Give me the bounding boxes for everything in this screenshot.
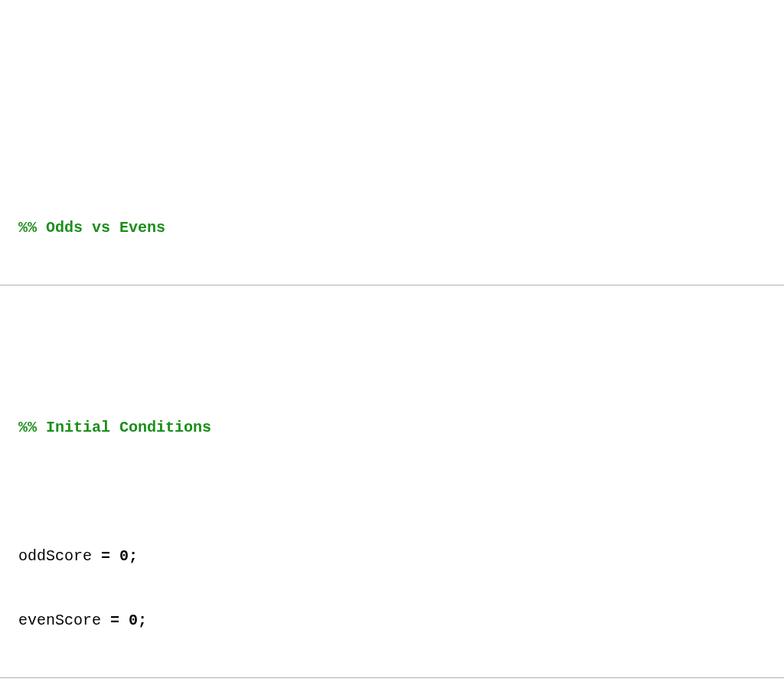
code-line[interactable]: oddScore = 0; xyxy=(18,546,784,567)
matlab-editor[interactable]: %% Odds vs Evens %% Initial Conditions o… xyxy=(0,86,784,682)
section-odds-vs-evens[interactable]: %% Odds vs Evens xyxy=(0,171,784,286)
code-line[interactable]: evenScore = 0; xyxy=(18,610,784,631)
section-initial-conditions[interactable]: %% Initial Conditions oddScore = 0; even… xyxy=(0,371,784,678)
blank-line xyxy=(18,481,784,503)
section-header: %% Odds vs Evens xyxy=(18,217,784,239)
section-header: %% Initial Conditions xyxy=(18,417,784,439)
